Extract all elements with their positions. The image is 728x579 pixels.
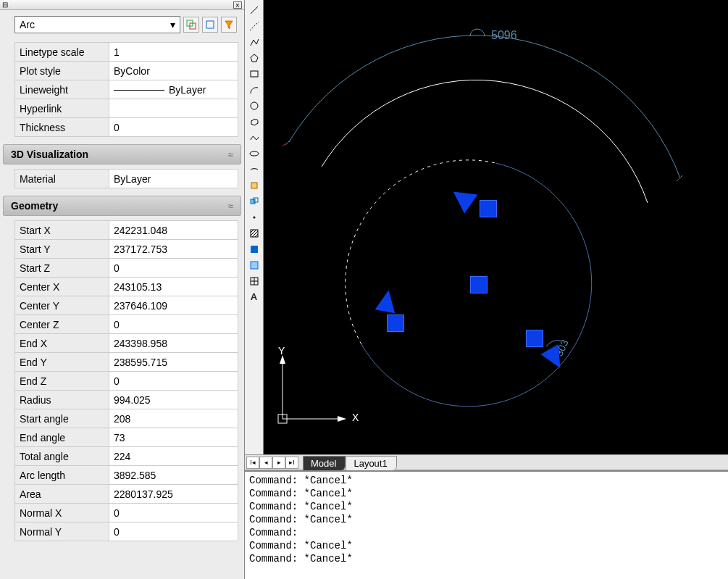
- svg-line-14: [251, 230, 254, 233]
- cmd-line: Command: *Cancel*: [249, 487, 724, 500]
- prop-label: Linetype scale: [15, 43, 109, 62]
- prop-value[interactable]: 3892.585: [109, 466, 238, 485]
- prop-value[interactable]: 0: [109, 315, 238, 334]
- prop-value[interactable]: ByLayer: [109, 80, 238, 99]
- prop-value[interactable]: 0: [109, 372, 238, 391]
- prop-label: Start angle: [15, 409, 109, 428]
- general-properties-table: Linetype scale1 Plot styleByColor Linewe…: [14, 42, 238, 137]
- circle-icon[interactable]: [247, 99, 262, 112]
- prop-label: Start Y: [15, 240, 109, 259]
- polyline-icon[interactable]: [247, 35, 262, 49]
- draw-toolbar: A: [245, 0, 264, 454]
- prop-value[interactable]: 0: [109, 504, 238, 522]
- layout-tabs: I◂ ◂ ▸ ▸I Model Layout1: [245, 454, 728, 470]
- ucs-y-label: Y: [278, 345, 285, 357]
- object-type-select[interactable]: Arc ▾: [14, 16, 180, 33]
- svg-line-17: [255, 234, 258, 237]
- tab-first-icon[interactable]: I◂: [246, 457, 259, 469]
- prop-value[interactable]: 0: [109, 522, 238, 541]
- region-icon[interactable]: [247, 258, 262, 272]
- prop-value[interactable]: 238595.715: [109, 353, 238, 372]
- command-line[interactable]: Command: *Cancel* Command: *Cancel* Comm…: [245, 470, 728, 579]
- svg-line-15: [251, 230, 256, 236]
- ucs-icon: Y X: [274, 348, 361, 437]
- prop-value[interactable]: 208: [109, 409, 238, 428]
- prop-value[interactable]: 2280137.925: [109, 485, 238, 504]
- direction-arrow-icon: [375, 288, 399, 313]
- tab-next-icon[interactable]: ▸: [272, 457, 285, 469]
- prop-label: Total angle: [15, 447, 109, 466]
- cmd-line: Command: *Cancel*: [249, 500, 724, 513]
- panel-titlebar[interactable]: ⊟ ×: [0, 0, 244, 10]
- text-icon[interactable]: A: [247, 290, 262, 304]
- svg-line-3: [251, 7, 258, 14]
- prop-value[interactable]: ByLayer: [109, 170, 238, 188]
- grip-mid[interactable]: [387, 315, 404, 332]
- svg-marker-26: [338, 416, 346, 422]
- dimension-text[interactable]: 5096: [491, 29, 517, 42]
- prop-value[interactable]: 243105.13: [109, 278, 238, 296]
- prop-label: Center Y: [15, 296, 109, 315]
- prop-value[interactable]: ByColor: [109, 62, 238, 80]
- prop-value[interactable]: 242231.048: [109, 221, 238, 240]
- ellipse-arc-icon[interactable]: [247, 162, 262, 176]
- cmd-line: Command: *Cancel*: [249, 513, 724, 526]
- geometry-properties-table: Start X242231.048 Start Y237172.753 Star…: [14, 220, 238, 541]
- tab-layout1[interactable]: Layout1: [346, 456, 396, 470]
- tab-model[interactable]: Model: [303, 456, 346, 470]
- prop-label: Area: [15, 485, 109, 504]
- drawing-canvas[interactable]: 5096 303 Y X: [264, 0, 728, 454]
- construction-line-icon[interactable]: [247, 19, 262, 33]
- make-block-icon[interactable]: [247, 194, 262, 208]
- select-objects-icon[interactable]: [202, 17, 218, 33]
- grip-start[interactable]: [526, 330, 543, 347]
- cmd-line: Command: *Cancel*: [249, 474, 724, 487]
- visualization-properties-table: MaterialByLayer: [14, 169, 238, 188]
- prop-value[interactable]: [109, 99, 238, 118]
- rectangle-icon[interactable]: [247, 67, 262, 80]
- gradient-icon[interactable]: [247, 242, 262, 256]
- prop-label: Arc length: [15, 466, 109, 485]
- tab-last-icon[interactable]: ▸I: [285, 457, 298, 469]
- svg-line-4: [250, 22, 259, 30]
- prop-value[interactable]: 73: [109, 428, 238, 447]
- svg-rect-2: [206, 21, 214, 28]
- table-icon[interactable]: [247, 274, 262, 288]
- prop-value[interactable]: 224: [109, 447, 238, 466]
- toggle-pickadd-icon[interactable]: [183, 17, 199, 33]
- ellipse-icon[interactable]: [247, 146, 262, 160]
- arc-icon[interactable]: [247, 83, 262, 96]
- prop-value[interactable]: 237172.753: [109, 240, 238, 259]
- insert-block-icon[interactable]: [247, 178, 262, 192]
- hatch-icon[interactable]: [247, 226, 262, 240]
- svg-line-16: [252, 231, 258, 237]
- quick-select-icon[interactable]: [221, 17, 237, 33]
- prop-label: Thickness: [15, 118, 109, 137]
- prop-label: Hyperlink: [15, 99, 109, 118]
- prop-value[interactable]: 0: [109, 259, 238, 278]
- line-icon[interactable]: [247, 3, 262, 17]
- prop-label: Normal Y: [15, 522, 109, 541]
- svg-rect-13: [251, 230, 258, 237]
- revision-cloud-icon[interactable]: [247, 114, 262, 128]
- panel-close-icon[interactable]: ×: [233, 1, 242, 9]
- pin-icon[interactable]: ⊟: [2, 1, 8, 9]
- grip-end[interactable]: [480, 200, 497, 217]
- section-header-3d-visualization[interactable]: 3D Visualization≈: [3, 144, 241, 164]
- svg-point-12: [253, 216, 255, 218]
- grip-center[interactable]: [470, 276, 488, 293]
- prop-value[interactable]: 1: [109, 43, 238, 62]
- tab-prev-icon[interactable]: ◂: [259, 457, 272, 469]
- section-header-geometry[interactable]: Geometry≈: [3, 196, 241, 216]
- prop-label: End angle: [15, 428, 109, 447]
- prop-value[interactable]: 237646.109: [109, 296, 238, 315]
- polygon-icon[interactable]: [247, 51, 262, 64]
- svg-point-8: [250, 151, 259, 156]
- svg-point-7: [251, 102, 258, 109]
- prop-value[interactable]: 0: [109, 118, 238, 137]
- spline-icon[interactable]: [247, 130, 262, 144]
- cmd-line: Command:: [249, 526, 724, 539]
- prop-value[interactable]: 994.025: [109, 391, 238, 409]
- point-icon[interactable]: [247, 210, 262, 224]
- prop-value[interactable]: 243398.958: [109, 334, 238, 353]
